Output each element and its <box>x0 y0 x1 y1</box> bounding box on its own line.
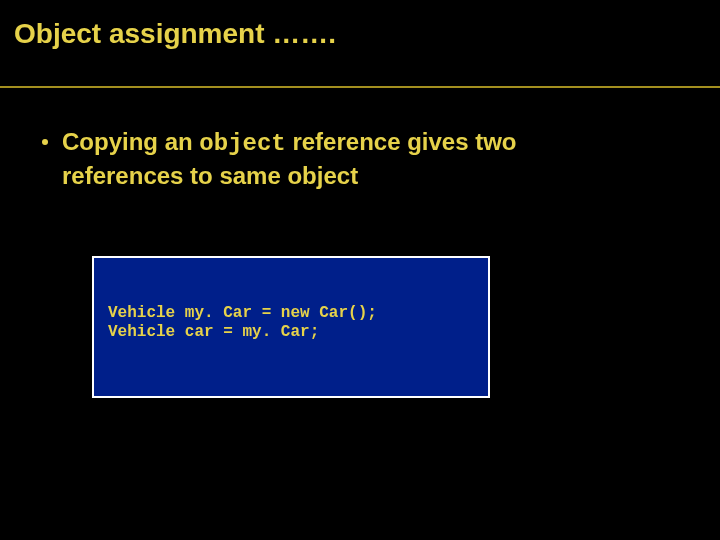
bullet-dot-icon <box>42 139 48 145</box>
code-box: Vehicle my. Car = new Car(); Vehicle car… <box>92 256 490 398</box>
bullet-list: Copying an object reference gives two re… <box>40 126 690 193</box>
slide: Object assignment ……. Copying an object … <box>0 0 720 540</box>
bullet-text-part2: reference gives two <box>286 128 517 155</box>
bullet-text-line2: references to same object <box>40 160 690 192</box>
bullet-code-word: object <box>199 130 285 157</box>
code-line-1: Vehicle my. Car = new Car(); <box>108 304 377 322</box>
code-content: Vehicle my. Car = new Car(); Vehicle car… <box>108 304 474 342</box>
code-line-2: Vehicle car = my. Car; <box>108 323 319 341</box>
bullet-item: Copying an object reference gives two <box>40 126 690 160</box>
bullet-text-part1: Copying an <box>62 128 199 155</box>
slide-title: Object assignment ……. <box>0 0 720 50</box>
title-divider <box>0 86 720 88</box>
